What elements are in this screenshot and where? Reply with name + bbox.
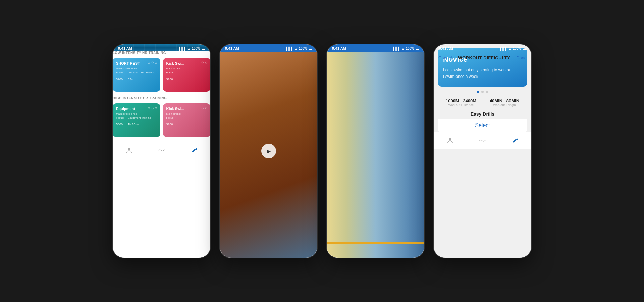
play-button[interactable]: ▶ xyxy=(261,144,276,158)
card-diamonds-4: ◇ ◇ xyxy=(201,106,208,110)
battery-icon-2: ▬ xyxy=(309,47,312,50)
card4-stats: 3200m xyxy=(166,123,207,126)
svg-point-6 xyxy=(449,138,451,141)
status-time-2: 9:41 AM xyxy=(225,46,239,50)
card4-stroke: Main stroke: xyxy=(166,112,207,116)
phone-screen-4: 9:41 AM ▌▌▌ ⊿ 100% ▬ Cancel WORKOUT DIFF… xyxy=(433,44,532,258)
card-diamonds-1: ◇ ◇ ◇ xyxy=(148,61,158,64)
dot-2 xyxy=(481,91,484,93)
status-right-4: ▌▌▌ ⊿ 100% ▬ xyxy=(500,47,526,50)
battery-4: 100% xyxy=(513,47,521,50)
cancel-button[interactable]: Cancel xyxy=(438,55,452,60)
card4-focus: Focus: xyxy=(166,116,207,120)
battery-1: 100% xyxy=(192,47,200,50)
signal-icon-2: ▌▌▌ xyxy=(286,47,293,50)
battery-3: 100% xyxy=(406,47,414,50)
difficulty-stats: 1000M - 3400M Workout Distance 40MIN - 8… xyxy=(434,96,531,109)
card-diamonds-2: ◇ ◇ xyxy=(201,61,208,64)
phone-screen-1: 9:41 AM ▌▌▌ ⊿ 100% ▬ SWIM NOW LOW INTENS… xyxy=(112,44,211,258)
status-bar-4: 9:41 AM ▌▌▌ ⊿ 100% ▬ xyxy=(434,44,531,52)
bottom-nav-4 xyxy=(434,132,531,149)
select-button[interactable]: Select xyxy=(438,119,527,132)
wifi-icon-3: ⊿ xyxy=(401,47,404,50)
battery-icon-3: ▬ xyxy=(416,47,419,50)
card3-focus: Focus: Equipment Training xyxy=(116,116,157,120)
nav-swim-1[interactable] xyxy=(191,147,198,153)
diff-distance-val: 1000M - 3400M xyxy=(446,98,476,103)
card3-stroke: Main stroke: Free xyxy=(116,112,157,116)
kick-swim-card-2[interactable]: ◇ ◇ Kick Swi... Main stroke: Focus: 3200… xyxy=(163,103,211,137)
card-diamonds-3: ◇ ◇ ◇ xyxy=(148,106,158,110)
card1-stroke: Main stroke: Free xyxy=(116,67,157,71)
difficulty-header-title: WORKOUT DIFFICULTY xyxy=(458,55,510,60)
signal-icon-4: ▌▌▌ xyxy=(500,47,507,50)
difficulty-header: Cancel WORKOUT DIFFICULTY Done xyxy=(434,51,531,64)
card4-title: Kick Swi... xyxy=(166,107,207,111)
battery-icon-4: ▬ xyxy=(523,47,526,50)
screen1-hero-area: 9:41 AM ▌▌▌ ⊿ 100% ▬ SWIM NOW xyxy=(113,44,210,51)
status-bar-1: 9:41 AM ▌▌▌ ⊿ 100% ▬ xyxy=(113,44,210,52)
card2-focus: Focus: xyxy=(166,71,207,75)
kick-swim-card-1[interactable]: ◇ ◇ Kick Swi... Main stroke: Focus: 3200… xyxy=(163,58,211,92)
novice-description: I can swim, but only strating to workout… xyxy=(443,67,522,80)
diff-time-label: Workout Length xyxy=(490,103,519,107)
status-time-1: 9:41 AM xyxy=(118,46,132,50)
dot-1 xyxy=(477,91,479,93)
nav-swim-4[interactable] xyxy=(512,138,519,144)
status-right-2: ▌▌▌ ⊿ 100% ▬ xyxy=(286,47,312,50)
battery-icon-1: ▬ xyxy=(202,47,205,50)
svg-point-0 xyxy=(128,148,130,150)
signal-icon: ▌▌▌ xyxy=(179,47,186,50)
wifi-icon-4: ⊿ xyxy=(508,47,511,50)
diff-time-stat: 40MIN - 80MIN Workout Length xyxy=(490,98,519,107)
card2-stats: 3200m xyxy=(166,78,207,81)
status-bar-3: 9:41 AM ▌▌▌ ⊿ 100% ▬ xyxy=(327,44,424,52)
equipment-card[interactable]: ◇ ◇ ◇ Equipment Main stroke: Free Focus:… xyxy=(113,103,160,137)
status-time-4: 9:41 AM xyxy=(439,46,453,50)
wifi-icon: ⊿ xyxy=(187,47,190,50)
diff-distance-stat: 1000M - 3400M Workout Distance xyxy=(446,98,476,107)
wifi-icon-2: ⊿ xyxy=(294,47,297,50)
low-intensity-cards: ◇ ◇ ◇ SHORT REST Main stroke: Free Focus… xyxy=(113,58,210,92)
dots-indicator xyxy=(434,91,531,93)
signal-icon-3: ▌▌▌ xyxy=(393,47,400,50)
card1-stats: 3200m 52min xyxy=(116,78,157,81)
screen1-content: LOW INTENSITY HR TRAINING ◇ ◇ ◇ SHORT RE… xyxy=(113,51,210,142)
status-bar-2: 9:41 AM ▌▌▌ ⊿ 100% ▬ xyxy=(220,44,317,52)
nav-profile-1[interactable] xyxy=(125,147,133,154)
phone-screen-2: 9:41 AM ▌▌▌ ⊿ 100% ▬ ← SHORT REST ▶ Fast… xyxy=(219,44,318,258)
battery-2: 100% xyxy=(299,47,307,50)
diff-time-val: 40MIN - 80MIN xyxy=(490,98,519,103)
nav-waves-4[interactable] xyxy=(479,138,486,143)
nav-waves-1[interactable] xyxy=(158,148,165,153)
card2-stroke: Main stroke: xyxy=(166,67,207,71)
done-button[interactable]: Done xyxy=(516,55,527,60)
easy-drills-title: Easy Drills xyxy=(434,111,531,117)
status-right-1: ▌▌▌ ⊿ 100% ▬ xyxy=(179,47,205,50)
diff-distance-label: Workout Distance xyxy=(446,103,476,107)
screens-container: 9:41 AM ▌▌▌ ⊿ 100% ▬ SWIM NOW LOW INTENS… xyxy=(99,30,545,272)
high-intensity-cards: ◇ ◇ ◇ Equipment Main stroke: Free Focus:… xyxy=(113,103,210,137)
dot-3 xyxy=(486,91,488,93)
nav-profile-4[interactable] xyxy=(446,137,454,144)
svg-point-1 xyxy=(195,148,197,150)
card1-focus: Focus: 50s and 100s descent xyxy=(116,71,157,75)
bottom-nav-1 xyxy=(113,142,210,158)
status-time-3: 9:41 AM xyxy=(332,46,346,50)
status-right-3: ▌▌▌ ⊿ 100% ▬ xyxy=(393,47,419,50)
section2-title: HIGH INTENSITY HR TRAINING xyxy=(113,96,210,100)
svg-point-7 xyxy=(516,139,518,140)
card2-title: Kick Swi... xyxy=(166,61,207,65)
phone-screen-3: 9:41 AM ▌▌▌ ⊿ 100% ▬ ← SHORT REST ▶ Fast… xyxy=(326,44,425,258)
short-rest-card[interactable]: ◇ ◇ ◇ SHORT REST Main stroke: Free Focus… xyxy=(113,58,160,92)
card3-stats: 5000m 1h 10min xyxy=(116,123,157,126)
